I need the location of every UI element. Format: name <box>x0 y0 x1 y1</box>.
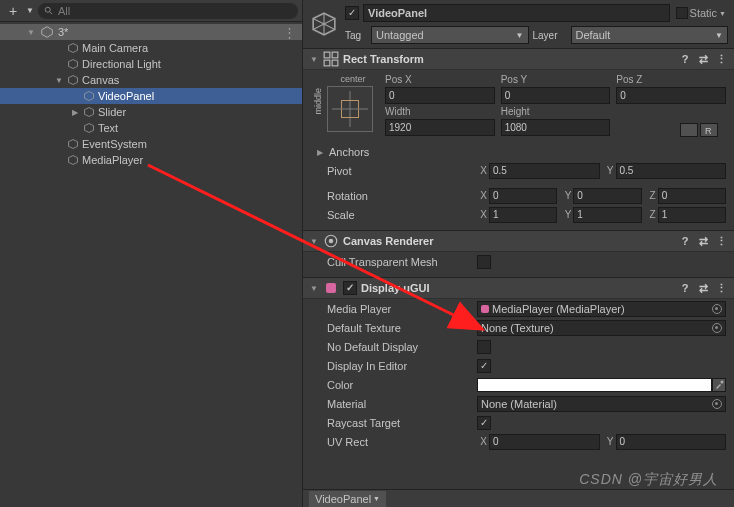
gameobject-icon <box>82 121 96 135</box>
hierarchy-node[interactable]: Main Camera <box>0 40 302 56</box>
help-icon[interactable]: ? <box>678 281 692 295</box>
svg-rect-18 <box>332 60 338 66</box>
svg-marker-7 <box>85 108 94 117</box>
hierarchy-node[interactable]: Text <box>0 120 302 136</box>
object-picker-icon[interactable] <box>712 304 722 314</box>
scale-x[interactable]: 1 <box>489 207 557 223</box>
svg-line-1 <box>50 11 53 14</box>
height-field[interactable]: 1080 <box>501 119 611 136</box>
material-ref[interactable]: None (Material) <box>477 396 726 412</box>
hierarchy-node[interactable]: Directional Light <box>0 56 302 72</box>
help-icon[interactable]: ? <box>678 52 692 66</box>
no-default-checkbox[interactable] <box>477 340 491 354</box>
layer-label: Layer <box>533 30 567 41</box>
svg-point-20 <box>329 239 334 244</box>
anchor-preset[interactable]: center middle <box>327 74 379 139</box>
display-in-editor-checkbox[interactable]: ✓ <box>477 359 491 373</box>
svg-rect-15 <box>324 52 330 58</box>
cull-checkbox[interactable] <box>477 255 491 269</box>
svg-marker-2 <box>42 27 53 38</box>
pivot-x[interactable]: 0.5 <box>489 163 600 179</box>
rect-transform-header[interactable]: ▼ Rect Transform ? ⇄ ⋮ <box>303 48 734 70</box>
svg-rect-17 <box>324 60 330 66</box>
layer-dropdown[interactable]: Default▼ <box>571 26 729 44</box>
gameobject-icon <box>66 73 80 87</box>
foldout-icon: ▼ <box>54 76 64 85</box>
color-field[interactable] <box>477 378 712 392</box>
hierarchy-node[interactable]: MediaPlayer <box>0 152 302 168</box>
mediaplayer-icon <box>481 305 489 313</box>
canvas-renderer-icon <box>323 233 339 249</box>
preset-icon[interactable]: ⇄ <box>696 52 710 66</box>
watermark: CSDN @宇宙好男人 <box>579 471 718 489</box>
svg-rect-16 <box>332 52 338 58</box>
create-button[interactable]: + <box>4 4 22 18</box>
foldout-icon: ▶ <box>70 108 80 117</box>
rot-y[interactable]: 0 <box>573 188 641 204</box>
rot-z[interactable]: 0 <box>658 188 726 204</box>
svg-marker-6 <box>85 92 94 101</box>
scale-y[interactable]: 1 <box>573 207 641 223</box>
node-label: EventSystem <box>82 138 147 150</box>
raycast-checkbox[interactable]: ✓ <box>477 416 491 430</box>
object-picker-icon[interactable] <box>712 399 722 409</box>
scene-name: 3* <box>58 26 68 38</box>
posx-field[interactable]: 0 <box>385 87 495 104</box>
svg-marker-4 <box>69 60 78 69</box>
script-icon <box>323 280 339 296</box>
svg-marker-10 <box>69 156 78 165</box>
canvas-renderer-header[interactable]: ▼ Canvas Renderer ? ⇄ ⋮ <box>303 230 734 252</box>
scene-header[interactable]: ▼ 3* ⋮ <box>0 24 302 40</box>
uv-x[interactable]: 0 <box>489 434 600 450</box>
posz-field[interactable]: 0 <box>616 87 726 104</box>
enable-checkbox[interactable]: ✓ <box>345 6 359 20</box>
context-icon[interactable]: ⋮ <box>714 234 728 248</box>
component-enable[interactable]: ✓ <box>343 281 357 295</box>
node-label: MediaPlayer <box>82 154 143 166</box>
context-icon[interactable]: ⋮ <box>714 281 728 295</box>
node-label: Directional Light <box>82 58 161 70</box>
scene-context-icon[interactable]: ⋮ <box>283 25 302 40</box>
bottom-tab[interactable]: VideoPanel▼ <box>309 491 386 507</box>
preset-icon[interactable]: ⇄ <box>696 281 710 295</box>
svg-marker-5 <box>69 76 78 85</box>
hierarchy-node[interactable]: ▶Slider <box>0 104 302 120</box>
node-label: VideoPanel <box>98 90 154 102</box>
static-dropdown[interactable]: Static▼ <box>674 7 728 19</box>
gameobject-icon <box>66 57 80 71</box>
eyedropper-icon[interactable] <box>712 378 726 392</box>
uv-y[interactable]: 0 <box>616 434 727 450</box>
node-label: Text <box>98 122 118 134</box>
svg-marker-8 <box>85 124 94 133</box>
hierarchy-node[interactable]: EventSystem <box>0 136 302 152</box>
help-icon[interactable]: ? <box>678 234 692 248</box>
gameobject-name-field[interactable]: VideoPanel <box>363 4 670 22</box>
raw-edit-toggle[interactable]: R <box>700 123 718 137</box>
hierarchy-node[interactable]: VideoPanel <box>0 88 302 104</box>
display-ugui-header[interactable]: ▼ ✓ Display uGUI ? ⇄ ⋮ <box>303 277 734 299</box>
hierarchy-search[interactable]: All <box>38 3 298 19</box>
create-dropdown[interactable]: ▼ <box>26 6 34 15</box>
gameobject-icon <box>66 41 80 55</box>
scale-z[interactable]: 1 <box>658 207 726 223</box>
default-texture-ref[interactable]: None (Texture) <box>477 320 726 336</box>
width-field[interactable]: 1920 <box>385 119 495 136</box>
context-icon[interactable]: ⋮ <box>714 52 728 66</box>
search-placeholder: All <box>58 5 70 17</box>
node-label: Canvas <box>82 74 119 86</box>
preset-icon[interactable]: ⇄ <box>696 234 710 248</box>
node-label: Slider <box>98 106 126 118</box>
tag-dropdown[interactable]: Untagged▼ <box>371 26 529 44</box>
object-picker-icon[interactable] <box>712 323 722 333</box>
hierarchy-node[interactable]: ▼Canvas <box>0 72 302 88</box>
gameobject-icon <box>82 105 96 119</box>
pivot-y[interactable]: 0.5 <box>616 163 727 179</box>
anchors-foldout[interactable]: ▶Anchors <box>303 143 734 161</box>
tag-label: Tag <box>345 30 367 41</box>
unity-icon <box>40 25 54 39</box>
foldout-icon: ▼ <box>26 28 36 37</box>
media-player-ref[interactable]: MediaPlayer (MediaPlayer) <box>477 301 726 317</box>
posy-field[interactable]: 0 <box>501 87 611 104</box>
blueprint-toggle[interactable] <box>680 123 698 137</box>
rot-x[interactable]: 0 <box>489 188 557 204</box>
